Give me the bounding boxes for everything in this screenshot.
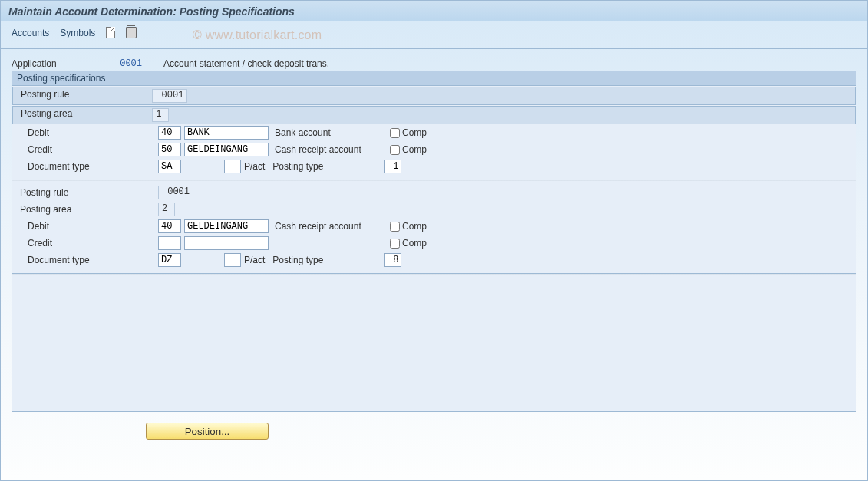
posting-rule-label: Posting rule xyxy=(20,187,158,198)
debit-comp-checkbox[interactable] xyxy=(390,128,400,138)
doctype-label: Document type xyxy=(28,161,158,172)
posting-area-value: 2 xyxy=(158,203,175,216)
new-document-icon[interactable] xyxy=(106,27,115,38)
credit-comp-label: Comp xyxy=(402,238,427,249)
posting-area-row: Posting area 2 xyxy=(20,201,848,218)
separator xyxy=(12,273,856,275)
posting-rule-row: Posting rule 0001 xyxy=(20,184,848,201)
posting-area-value: 1 xyxy=(152,108,169,122)
posting-type-input[interactable] xyxy=(384,253,401,267)
doctype-input[interactable] xyxy=(158,160,181,173)
posting-area-row: Posting area 1 xyxy=(12,106,856,124)
application-row: Application 0001 Account statement / che… xyxy=(1,49,867,71)
debit-comp-label: Comp xyxy=(402,221,427,232)
page-title: Maintain Account Determination: Posting … xyxy=(8,5,860,18)
title-bar: Maintain Account Determination: Posting … xyxy=(1,1,867,21)
debit-row: Debit Cash receipt account Comp xyxy=(20,218,848,235)
pact-input[interactable] xyxy=(224,160,241,173)
sap-window: Maintain Account Determination: Posting … xyxy=(0,0,868,481)
doctype-input[interactable] xyxy=(158,253,181,267)
application-value: 0001 xyxy=(111,58,142,69)
credit-row: Credit Comp xyxy=(20,235,848,252)
credit-label: Credit xyxy=(28,144,158,155)
trash-icon[interactable] xyxy=(126,27,137,38)
toolbar: Accounts Symbols xyxy=(1,21,867,49)
debit-row: Debit Bank account Comp xyxy=(20,124,848,141)
application-description: Account statement / check deposit trans. xyxy=(163,58,329,69)
posting-rule-label: Posting rule xyxy=(21,89,150,100)
credit-key-input[interactable] xyxy=(158,236,181,250)
posting-type-label: Posting type xyxy=(272,255,384,265)
application-label: Application xyxy=(12,58,104,69)
posting-type-label: Posting type xyxy=(272,161,384,172)
doctype-row: Document type P/act Posting type xyxy=(20,158,848,175)
pact-label: P/act xyxy=(244,255,265,265)
symbols-link[interactable]: Symbols xyxy=(60,28,95,38)
debit-text: Cash receipt account xyxy=(275,221,390,232)
doctype-row: Document type P/act Posting type xyxy=(20,252,848,269)
credit-row: Credit Cash receipt account Comp xyxy=(20,141,848,158)
debit-text: Bank account xyxy=(275,127,390,138)
doctype-label: Document type xyxy=(28,255,158,265)
credit-comp-label: Comp xyxy=(402,144,427,155)
credit-comp-checkbox[interactable] xyxy=(390,239,400,249)
debit-symbol-input[interactable] xyxy=(184,126,269,140)
debit-comp-checkbox[interactable] xyxy=(390,222,400,232)
panel-body: Posting rule 0001 Posting area 1 Debit B… xyxy=(12,87,856,411)
debit-label: Debit xyxy=(28,221,158,232)
posting-area-label: Posting area xyxy=(20,204,158,215)
footer: Position... xyxy=(1,420,867,453)
panel-title: Posting specifications xyxy=(12,71,856,86)
debit-label: Debit xyxy=(28,127,158,138)
debit-key-input[interactable] xyxy=(158,219,181,233)
credit-symbol-input[interactable] xyxy=(184,143,269,156)
debit-key-input[interactable] xyxy=(158,126,181,140)
credit-label: Credit xyxy=(28,238,158,249)
credit-key-input[interactable] xyxy=(158,143,181,156)
posting-spec-panel: Posting specifications Posting rule 0001… xyxy=(12,71,856,412)
pact-input[interactable] xyxy=(224,253,241,267)
credit-text: Cash receipt account xyxy=(275,144,390,155)
posting-area-label: Posting area xyxy=(21,108,150,119)
debit-comp-label: Comp xyxy=(402,127,427,138)
position-button[interactable]: Position... xyxy=(146,423,269,440)
posting-rule-row: Posting rule 0001 xyxy=(12,87,856,105)
posting-rule-value: 0001 xyxy=(158,186,193,199)
panel-empty-area xyxy=(20,278,848,402)
accounts-link[interactable]: Accounts xyxy=(12,28,49,38)
posting-rule-value: 0001 xyxy=(152,89,187,103)
debit-symbol-input[interactable] xyxy=(184,219,269,233)
credit-comp-checkbox[interactable] xyxy=(390,145,400,155)
credit-symbol-input[interactable] xyxy=(184,236,269,250)
pact-label: P/act xyxy=(244,161,265,172)
posting-type-input[interactable] xyxy=(384,160,401,173)
separator xyxy=(12,180,856,181)
